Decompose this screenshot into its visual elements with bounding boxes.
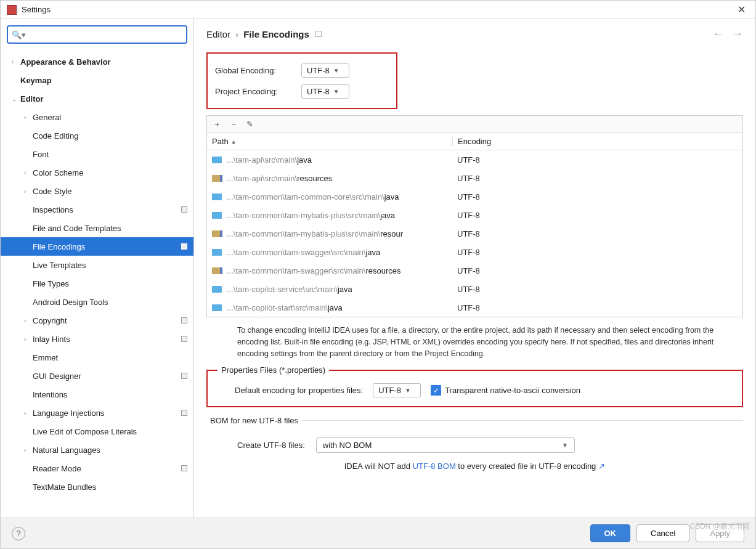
tree-item-label: TextMate Bundles — [33, 482, 193, 492]
project-marker-icon — [181, 465, 187, 471]
properties-legend: Properties Files (*.properties) — [217, 365, 329, 375]
chevron-right-icon: › — [24, 114, 33, 121]
tree-item-label: General — [33, 113, 193, 122]
tree-item-label: Copyright — [33, 316, 181, 325]
tree-item-label: Inspections — [33, 205, 181, 214]
tree-item-label: Font — [33, 150, 193, 159]
table-row[interactable]: ...\tam-common\tam-common-core\src\main\… — [207, 187, 742, 206]
tree-item[interactable]: Font — [1, 145, 193, 163]
external-link-icon: ↗ — [598, 462, 605, 471]
properties-files-group: Properties Files (*.properties) Default … — [206, 365, 743, 407]
tree-item-label: Color Scheme — [33, 168, 193, 177]
edit-icon[interactable]: ✎ — [246, 120, 253, 129]
chevron-down-icon: ▼ — [562, 442, 568, 449]
tree-item[interactable]: Emmet — [1, 348, 193, 367]
tree-item[interactable]: Live Templates — [1, 256, 193, 274]
folder-source-icon — [212, 193, 222, 200]
table-row[interactable]: ...\tam-api\src\main\resourcesUTF-8 — [207, 169, 742, 187]
tree-item[interactable]: File Types — [1, 274, 193, 293]
tree-item[interactable]: ›Language Injections — [1, 404, 193, 422]
bom-group: BOM for new UTF-8 files Create UTF-8 fil… — [206, 416, 743, 479]
close-icon[interactable]: ✕ — [734, 4, 749, 15]
col-path-label[interactable]: Path — [212, 137, 229, 146]
table-row[interactable]: ...\tam-common\tam-swagger\src\main\reso… — [207, 261, 742, 280]
utf8-bom-link[interactable]: UTF-8 BOM — [413, 462, 456, 471]
nav-back-icon[interactable]: ← — [712, 28, 723, 41]
tree-item[interactable]: File and Code Templates — [1, 219, 193, 237]
tree-item-label: File and Code Templates — [33, 224, 193, 233]
project-encoding-combo[interactable]: UTF-8 ▼ — [301, 84, 349, 99]
remove-icon[interactable]: － — [230, 119, 238, 130]
chevron-right-icon: › — [235, 29, 238, 39]
help-icon[interactable]: ? — [12, 527, 25, 540]
chevron-right-icon: › — [24, 188, 33, 195]
tree-item[interactable]: Live Edit of Compose Literals — [1, 422, 193, 441]
bom-combo[interactable]: with NO BOM ▼ — [316, 437, 575, 453]
table-row[interactable]: ...\tam-common\tam-swagger\src\main\java… — [207, 243, 742, 261]
tree-item[interactable]: GUI Designer — [1, 367, 193, 385]
breadcrumb: Editor › File Encodings ← → — [194, 19, 755, 49]
window-title: Settings — [22, 5, 734, 14]
sidebar: 🔍▾ ›Appearance & BehaviorKeymap⌄Editor›G… — [1, 19, 194, 518]
tree-item-label: Reader Mode — [33, 464, 181, 473]
table-row[interactable]: ...\tam-common\tam-mybatis-plus\src\main… — [207, 224, 742, 243]
tree-item-label: Code Editing — [33, 131, 193, 140]
bom-note: IDEA will NOT add UTF-8 BOM to every cre… — [206, 458, 743, 479]
table-row[interactable]: ...\tam-copilot-service\src\main\javaUTF… — [207, 280, 742, 298]
global-encoding-label: Global Encoding: — [215, 66, 301, 75]
tree-item[interactable]: ›Appearance & Behavior — [1, 52, 193, 71]
search-input[interactable] — [28, 30, 182, 39]
tree-item[interactable]: Reader Mode — [1, 459, 193, 478]
project-marker-icon — [181, 410, 187, 416]
tree-item-label: Natural Languages — [33, 445, 193, 455]
tree-item[interactable]: ›General — [1, 108, 193, 126]
transparent-ascii-checkbox[interactable]: ✓ Transparent native-to-ascii conversion — [431, 385, 580, 396]
folder-source-icon — [212, 249, 222, 256]
tree-item-label: Android Design Tools — [33, 298, 193, 307]
breadcrumb-current: File Encodings — [243, 29, 309, 39]
global-encoding-combo[interactable]: UTF-8 ▼ — [301, 63, 349, 78]
tree-item[interactable]: TextMate Bundles — [1, 478, 193, 496]
tree-item[interactable]: ›Color Scheme — [1, 163, 193, 182]
tree-item[interactable]: ⌄Editor — [1, 89, 193, 108]
table-row[interactable]: ...\tam-copilot-start\src\main\javaUTF-8 — [207, 298, 742, 317]
tree-item[interactable]: Keymap — [1, 71, 193, 89]
titlebar: Settings ✕ — [1, 1, 755, 19]
project-encoding-label: Project Encoding: — [215, 87, 301, 96]
cancel-button[interactable]: Cancel — [636, 524, 689, 542]
tree-item[interactable]: Intentions — [1, 385, 193, 404]
folder-resources-icon — [212, 267, 222, 274]
chevron-right-icon: › — [24, 169, 33, 176]
tree-item[interactable]: Code Editing — [1, 126, 193, 145]
chevron-down-icon: ▼ — [333, 67, 339, 74]
folder-source-icon — [212, 212, 222, 219]
tree-item[interactable]: ›Inlay Hints — [1, 330, 193, 348]
checkbox-checked-icon: ✓ — [431, 385, 441, 396]
add-icon[interactable]: ＋ — [213, 119, 221, 130]
table-row[interactable]: ...\tam-common\tam-mybatis-plus\src\main… — [207, 206, 742, 224]
col-encoding-label[interactable]: Encoding — [452, 137, 742, 146]
project-marker-icon — [181, 243, 187, 250]
nav-forward-icon[interactable]: → — [732, 28, 743, 41]
tree-item[interactable]: ›Code Style — [1, 182, 193, 200]
tree-item[interactable]: Inspections — [1, 200, 193, 219]
tree-item-label: File Types — [33, 279, 193, 288]
table-row[interactable]: ...\tam-api\src\main\javaUTF-8 — [207, 150, 742, 169]
tree-item[interactable]: ›Natural Languages — [1, 441, 193, 459]
tree-item[interactable]: File Encodings — [1, 237, 193, 256]
chevron-down-icon: ▼ — [333, 88, 339, 95]
tree-item-label: Appearance & Behavior — [20, 57, 193, 67]
chevron-right-icon: › — [24, 447, 33, 453]
project-marker-icon — [181, 336, 187, 342]
ok-button[interactable]: OK — [590, 524, 631, 542]
tree-item[interactable]: Android Design Tools — [1, 293, 193, 311]
chevron-right-icon: › — [24, 410, 33, 417]
settings-tree[interactable]: ›Appearance & BehaviorKeymap⌄Editor›Gene… — [1, 50, 193, 518]
folder-source-icon — [212, 286, 222, 293]
project-marker-icon — [315, 31, 322, 37]
props-encoding-combo[interactable]: UTF-8 ▼ — [373, 383, 421, 397]
sort-asc-icon: ▲ — [231, 139, 237, 145]
search-input-wrap[interactable]: 🔍▾ — [7, 25, 187, 44]
tree-item[interactable]: ›Copyright — [1, 311, 193, 330]
tree-item-label: Live Edit of Compose Literals — [33, 427, 193, 436]
